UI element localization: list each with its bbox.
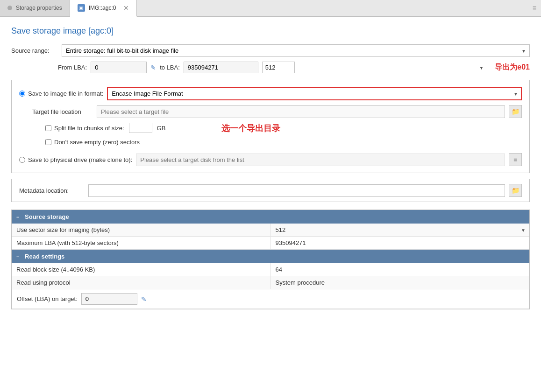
chunk-size-unit: GB <box>157 125 166 132</box>
no-empty-sectors-row: Don't save empty (zero) sectors <box>45 139 165 146</box>
tab-img-agc0[interactable]: ▣ IMG::agc:0 ✕ <box>70 0 137 17</box>
main-content: Save storage image [agc:0] Source range:… <box>0 17 541 392</box>
chunk-size-input[interactable] <box>129 123 152 133</box>
read-block-size-row: Read block size (4..4096 KB) 64 <box>12 263 529 276</box>
tab-img-label: IMG::agc:0 <box>89 5 116 11</box>
save-image-label: Save to image file in format: <box>28 90 103 97</box>
read-protocol-value: System procedure <box>271 276 530 289</box>
max-lba-row: Maximum LBA (with 512-byte sectors) 9350… <box>12 237 529 250</box>
storage-table-wrapper: − Source storage Use sector size for ima… <box>11 210 530 309</box>
to-lba-select[interactable]: 512 <box>262 62 295 73</box>
metadata-section: Metadata location: 📁 <box>11 179 530 202</box>
to-lba-select-wrapper: 512 <box>262 62 488 73</box>
target-row: Target file location 📁 <box>32 105 522 118</box>
to-lba-label: to LBA: <box>160 64 180 71</box>
split-chunks-row: Split file to chunks of size: GB <box>45 123 165 133</box>
checkboxes-area: Split file to chunks of size: GB Don't s… <box>19 123 522 148</box>
save-physical-radio[interactable] <box>19 157 25 163</box>
from-lba-edit-icon[interactable]: ✎ <box>150 64 156 71</box>
storage-dot-icon <box>7 6 12 10</box>
physical-drive-input[interactable] <box>136 154 505 166</box>
sector-size-label: Use sector size for imaging (bytes) <box>12 224 271 236</box>
tab-bar: Storage properties ▣ IMG::agc:0 ✕ ≡ <box>0 0 541 17</box>
max-lba-value: 935094271 <box>271 237 530 249</box>
offset-edit-icon[interactable]: ✎ <box>141 295 147 303</box>
format-select-wrapper: Encase Image File Format <box>107 87 522 100</box>
from-lba-label: From LBA: <box>58 64 87 71</box>
source-storage-header: − Source storage <box>12 210 529 224</box>
target-label: Target file location <box>32 108 93 115</box>
tab-storage-label: Storage properties <box>16 5 62 11</box>
source-storage-header-label: Source storage <box>25 213 69 220</box>
split-chunks-checkbox[interactable] <box>45 125 51 131</box>
read-block-size-value: 64 <box>271 263 530 276</box>
save-image-radio[interactable] <box>19 91 25 97</box>
metadata-input[interactable] <box>88 184 505 197</box>
from-lba-input[interactable] <box>91 62 147 73</box>
offset-label: Offset (LBA) on target: <box>17 295 78 302</box>
format-row: Save to image file in format: Encase Ima… <box>19 87 522 100</box>
tab-storage-properties[interactable]: Storage properties <box>0 0 70 16</box>
tab-close-icon[interactable]: ✕ <box>123 4 129 12</box>
read-block-size-label: Read block size (4..4096 KB) <box>12 263 271 276</box>
sector-size-row: Use sector size for imaging (bytes) 512 … <box>12 224 529 237</box>
source-range-select-wrapper: Entire storage: full bit-to-bit disk ima… <box>62 44 530 57</box>
metadata-folder-button[interactable]: 📁 <box>509 184 522 197</box>
checkboxes-group: Split file to chunks of size: GB Don't s… <box>45 123 165 148</box>
sector-size-dropdown-icon[interactable]: ▼ <box>521 227 526 232</box>
target-folder-button[interactable]: 📁 <box>509 105 522 118</box>
offset-input[interactable] <box>81 293 137 305</box>
read-protocol-row: Read using protocol System procedure <box>12 276 529 289</box>
no-empty-sectors-checkbox[interactable] <box>45 139 51 145</box>
img-icon: ▣ <box>78 4 85 12</box>
target-file-input[interactable] <box>97 105 505 118</box>
disk-list-button[interactable]: ≡ <box>509 153 522 166</box>
tab-menu-button[interactable]: ≡ <box>528 0 541 16</box>
read-settings-header-label: Read settings <box>25 253 64 260</box>
lba-row: From LBA: ✎ to LBA: 512 导出为e01 <box>58 62 530 73</box>
physical-drive-row: Save to physical drive (make clone to): … <box>19 153 522 166</box>
save-options-section: Save to image file in format: Encase Ima… <box>11 80 530 173</box>
annotation-export-e01: 导出为e01 <box>495 63 530 72</box>
source-range-label: Source range: <box>11 47 58 54</box>
source-range-row: Source range: Entire storage: full bit-t… <box>11 44 530 57</box>
read-settings-header: − Read settings <box>12 250 529 263</box>
page-title: Save storage image [agc:0] <box>11 26 530 36</box>
to-lba-input[interactable] <box>184 62 258 73</box>
offset-row: Offset (LBA) on target: ✎ <box>12 289 529 309</box>
source-range-select[interactable]: Entire storage: full bit-to-bit disk ima… <box>62 44 530 57</box>
save-physical-label: Save to physical drive (make clone to): <box>28 156 132 163</box>
read-settings-collapse-icon[interactable]: − <box>16 254 19 259</box>
split-chunks-label: Split file to chunks of size: <box>54 125 124 132</box>
annotation-export-dir: 选一个导出目录 <box>221 123 280 134</box>
no-empty-sectors-label: Don't save empty (zero) sectors <box>54 139 140 146</box>
format-select[interactable]: Encase Image File Format <box>107 87 522 100</box>
source-storage-collapse-icon[interactable]: − <box>16 214 19 220</box>
sector-size-value: 512 ▼ <box>271 224 530 236</box>
metadata-label: Metadata location: <box>19 187 85 194</box>
max-lba-label: Maximum LBA (with 512-byte sectors) <box>12 237 271 249</box>
save-physical-radio-label[interactable]: Save to physical drive (make clone to): <box>19 156 132 163</box>
save-image-radio-label[interactable]: Save to image file in format: <box>19 90 103 97</box>
read-protocol-label: Read using protocol <box>12 276 271 289</box>
